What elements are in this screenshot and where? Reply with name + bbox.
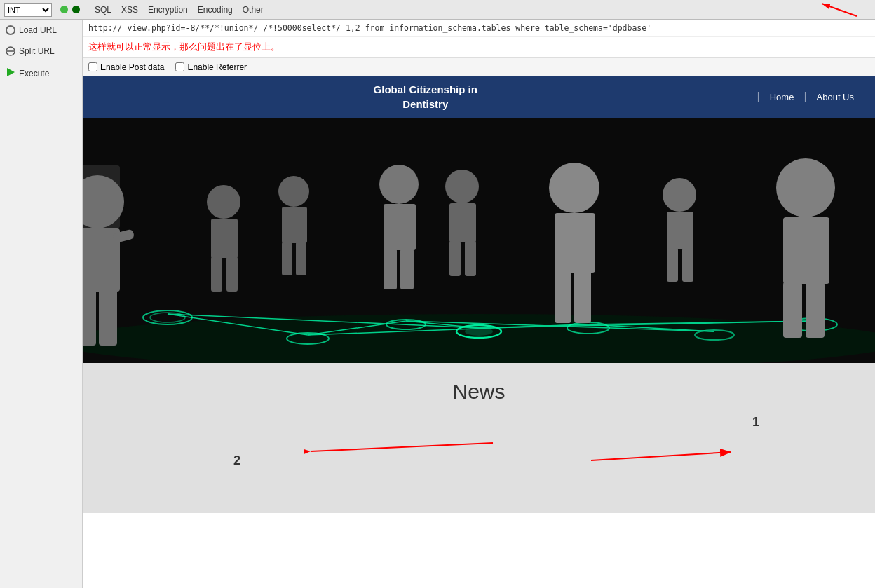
- dot-green1: [60, 6, 68, 13]
- svg-line-1: [822, 4, 857, 16]
- svg-rect-51: [555, 213, 595, 273]
- content-area: Load URL Split URL Execute http://: [0, 20, 875, 588]
- split-url-label: Split URL: [19, 46, 55, 56]
- svg-marker-4: [7, 68, 15, 76]
- other-button[interactable]: Other: [239, 5, 267, 15]
- svg-rect-52: [555, 271, 571, 323]
- right-panel: http:// view.php?id=-8/**/*!union*/ /*!5…: [83, 20, 875, 588]
- svg-point-34: [207, 185, 240, 219]
- svg-point-46: [445, 170, 479, 203]
- svg-point-54: [663, 178, 696, 212]
- nav-home-link[interactable]: Home: [770, 92, 794, 102]
- red-arrow-annotation: [815, 2, 871, 18]
- site-nav: | Home | About Us: [747, 90, 854, 103]
- svg-rect-37: [226, 257, 238, 292]
- load-url-button[interactable]: Load URL: [0, 20, 82, 41]
- site-title-line1: Global Citizenship in: [374, 83, 477, 95]
- svg-line-63: [311, 443, 493, 451]
- sql-button[interactable]: SQL: [91, 5, 115, 15]
- svg-point-38: [278, 176, 309, 207]
- annotation-2: 2: [233, 453, 240, 468]
- svg-rect-61: [806, 282, 825, 338]
- site-title: Global Citizenship in Dentistry: [374, 82, 477, 111]
- split-url-button[interactable]: Split URL: [0, 41, 82, 62]
- execute-label: Execute: [19, 69, 49, 78]
- news-section: News 1: [83, 363, 875, 513]
- svg-line-65: [591, 452, 731, 460]
- type-dropdown[interactable]: INT: [4, 3, 52, 17]
- svg-point-58: [776, 158, 835, 217]
- svg-rect-57: [682, 248, 693, 282]
- hero-svg: [83, 118, 875, 363]
- svg-rect-53: [574, 271, 591, 323]
- split-url-icon: [6, 46, 15, 56]
- svg-point-42: [379, 165, 419, 204]
- svg-rect-48: [449, 241, 461, 276]
- svg-rect-39: [282, 207, 307, 243]
- site-header: Global Citizenship in Dentistry | Home |…: [83, 76, 875, 118]
- svg-rect-45: [400, 249, 414, 289]
- nav-sep2: |: [803, 90, 806, 103]
- svg-rect-60: [783, 282, 802, 338]
- svg-rect-43: [384, 204, 416, 250]
- hero-banner: [83, 118, 875, 363]
- left-arrow-annotation: [304, 436, 500, 460]
- url-note: 这样就可以正常显示，那么问题出在了显位上。: [83, 37, 875, 57]
- url-display: http:// view.php?id=-8/**/*!union*/ /*!5…: [88, 23, 869, 33]
- url-input-area: http:// view.php?id=-8/**/*!union*/ /*!5…: [83, 20, 875, 57]
- dot-green2: [72, 6, 80, 13]
- svg-rect-30: [83, 289, 96, 346]
- enable-post-label[interactable]: Enable Post data: [88, 62, 164, 72]
- load-url-label: Load URL: [19, 25, 57, 35]
- svg-point-22: [465, 327, 493, 336]
- enable-referrer-text: Enable Referrer: [187, 62, 247, 72]
- checkbox-row: Enable Post data Enable Referrer: [83, 57, 875, 76]
- nav-sep1: |: [757, 90, 760, 103]
- toolbar: INT SQL XSS Encryption Encoding Other: [0, 0, 875, 20]
- load-url-icon: [6, 25, 15, 35]
- execute-button[interactable]: Execute: [0, 62, 82, 85]
- enable-referrer-checkbox[interactable]: [175, 62, 184, 71]
- svg-rect-59: [783, 217, 829, 284]
- svg-rect-36: [211, 257, 222, 292]
- app-window: INT SQL XSS Encryption Encoding Other: [0, 0, 875, 588]
- enable-post-checkbox[interactable]: [88, 62, 97, 71]
- svg-rect-44: [384, 249, 397, 289]
- news-content: 1: [163, 415, 794, 485]
- svg-rect-41: [296, 242, 306, 275]
- execute-icon: [6, 67, 15, 79]
- svg-rect-56: [667, 248, 678, 282]
- enable-post-text: Enable Post data: [100, 62, 164, 72]
- right-arrow-annotation: [584, 446, 738, 470]
- svg-rect-31: [99, 289, 117, 346]
- news-heading: News: [83, 380, 875, 404]
- svg-rect-47: [449, 203, 476, 242]
- left-panel: Load URL Split URL Execute: [0, 20, 83, 588]
- svg-rect-55: [667, 212, 693, 249]
- svg-rect-35: [211, 219, 238, 258]
- svg-rect-49: [465, 241, 476, 276]
- encryption-button[interactable]: Encryption: [144, 5, 191, 15]
- svg-rect-40: [282, 242, 292, 275]
- xss-button[interactable]: XSS: [118, 5, 142, 15]
- site-title-line2: Dentistry: [402, 98, 448, 110]
- encoding-button[interactable]: Encoding: [194, 5, 236, 15]
- enable-referrer-label[interactable]: Enable Referrer: [175, 62, 247, 72]
- svg-point-50: [549, 163, 599, 213]
- nav-about-link[interactable]: About Us: [817, 92, 854, 102]
- svg-rect-33: [83, 165, 120, 228]
- url-row: http:// view.php?id=-8/**/*!union*/ /*!5…: [83, 20, 875, 37]
- site-wrapper: Global Citizenship in Dentistry | Home |…: [83, 76, 875, 588]
- annotation-1: 1: [752, 415, 759, 430]
